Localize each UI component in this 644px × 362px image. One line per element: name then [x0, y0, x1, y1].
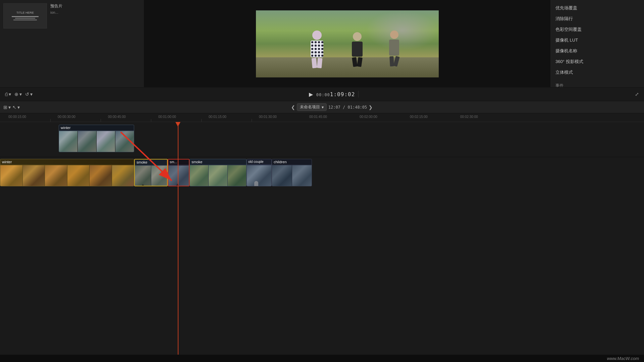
clip-label-children: children	[272, 159, 312, 165]
controls-left: ⎙ ▾ ⊕ ▾ ↺ ▾	[5, 92, 33, 97]
tick	[50, 119, 51, 122]
tick	[252, 119, 252, 122]
clip-winter-upper[interactable]: winter	[59, 125, 134, 152]
timeline-time: 12:07 / 01:48:05	[328, 105, 367, 110]
timecode-display: 00:001:09:02	[316, 91, 355, 98]
tc-2: 00:00:30:00	[58, 115, 75, 119]
clip-thumbs-smoke-red	[168, 166, 189, 186]
clip-thumbs-main	[0, 165, 134, 186]
clip-oldcouple-main[interactable]: old couple	[247, 159, 272, 186]
clip-label-winter-upper: winter	[59, 125, 134, 130]
grid-chevron: ▾	[8, 105, 11, 110]
thumb-oc	[247, 165, 271, 186]
fullscreen-button[interactable]: ⤢	[635, 92, 639, 97]
clip-thumbs-smoke2	[190, 165, 246, 186]
tc-7: 00:01:45:00	[309, 115, 327, 119]
thumb-ch-2	[292, 165, 312, 186]
tick	[151, 119, 151, 122]
next-icon: ❯	[369, 105, 373, 110]
tc-3: 00:00:45:00	[108, 115, 126, 119]
thumb	[90, 165, 112, 186]
video-preview[interactable]	[256, 10, 439, 77]
thumb-smoke-2	[151, 166, 167, 186]
track-area: winter winter	[0, 122, 644, 355]
toolbar-cursor[interactable]: ↖ ▾	[12, 105, 20, 110]
media-label: 预告片	[50, 3, 62, 9]
project-name: 未命名项目	[300, 104, 320, 110]
thumb-smoke-1	[135, 166, 151, 186]
share-icon: ⎙	[5, 92, 8, 97]
media-info: 预告片 ion...	[50, 3, 62, 14]
share-button[interactable]: ⎙ ▾	[5, 92, 11, 97]
clip-winter-main[interactable]: winter	[0, 159, 134, 186]
effects-button[interactable]: ↺ ▾	[25, 92, 33, 97]
prev-icon: ❮	[291, 105, 295, 110]
menu-item-lut[interactable]: 摄像机 LUT	[555, 35, 639, 46]
clip-smoke-main[interactable]: smoke	[134, 159, 168, 186]
right-menu-list: 优先场覆盖 消除隔行 色彩空间覆盖 摄像机 LUT 摄像机名称 360° 投影模…	[555, 3, 639, 78]
menu-item-stereo[interactable]: 立体模式	[555, 67, 639, 78]
tc-9: 00:02:15:00	[410, 115, 428, 119]
play-button[interactable]: ▶	[309, 91, 313, 98]
project-chevron: ▾	[322, 105, 324, 110]
tc-10: 00:02:30:00	[460, 115, 478, 119]
preview-area	[144, 0, 550, 87]
events-section: 事件 2021-9-22	[555, 83, 639, 87]
clip-label-winter-main: winter	[0, 159, 134, 165]
clip-label-smoke: smoke	[135, 160, 167, 165]
figure-2	[350, 32, 365, 64]
menu-item-camera-name[interactable]: 摄像机名称	[555, 46, 639, 56]
controls-bar: ⎙ ▾ ⊕ ▾ ↺ ▾ ▶ 00:001:09:02 ⤢	[0, 87, 644, 101]
clip-thumbs	[59, 131, 134, 152]
thumb-cell	[78, 131, 96, 152]
menu-item-priority[interactable]: 优先场覆盖	[555, 3, 639, 13]
thumb	[67, 165, 90, 186]
clip-smoke2-main[interactable]: smoke	[190, 159, 247, 186]
clip-smoke-red[interactable]: sm...	[168, 159, 190, 186]
menu-item-deinterlace[interactable]: 消除隔行	[555, 13, 639, 24]
thumb-s2-3	[228, 165, 246, 186]
menu-item-colorspace[interactable]: 色彩空间覆盖	[555, 24, 639, 35]
clip-thumbs-oldcouple	[247, 165, 271, 186]
left-panel: TITLE HERE 预告片 ion...	[0, 0, 144, 87]
bottom-bar: www.MacW.com	[0, 355, 644, 362]
playhead-line	[178, 122, 178, 355]
tools-chevron: ▾	[19, 92, 22, 97]
toolbar-icon-1[interactable]: ⊞ ▾	[3, 105, 11, 110]
chevron-icon: ▾	[9, 92, 11, 97]
smoke-effect	[366, 10, 439, 51]
tc-4: 00:01:00:00	[158, 115, 176, 119]
clip-thumbs-children	[272, 165, 312, 186]
project-selector[interactable]: 未命名项目 ▾	[297, 103, 327, 111]
thumb-cell	[97, 131, 115, 152]
thumb-ch-1	[272, 165, 292, 186]
menu-item-360[interactable]: 360° 投影模式	[555, 56, 639, 67]
item-label: ion...	[50, 10, 62, 14]
clip-label-oldcouple: old couple	[247, 159, 271, 164]
controls-right: ⤢	[635, 92, 639, 97]
clip-children-main[interactable]: children	[272, 159, 312, 186]
timeline-ruler: 00:00:15:00 00:00:30:00 00:00:45:00 00:0…	[0, 113, 644, 122]
title-placeholder: TITLE HERE	[12, 11, 39, 15]
thumb-s2-1	[190, 165, 208, 186]
thumb	[112, 165, 134, 186]
tools-button[interactable]: ⊕ ▾	[14, 92, 22, 97]
media-thumbnail[interactable]: TITLE HERE	[3, 3, 47, 28]
thumb	[0, 165, 22, 186]
thumb-s2-2	[209, 165, 227, 186]
ruler-container: 00:00:15:00 00:00:30:00 00:00:45:00 00:0…	[0, 113, 644, 122]
right-panel: 优先场覆盖 消除隔行 色彩空间覆盖 摄像机 LUT 摄像机名称 360° 投影模…	[550, 0, 644, 87]
cursor-icon: ↖	[12, 105, 16, 110]
thumb	[45, 165, 67, 186]
top-area: TITLE HERE 预告片 ion...	[0, 0, 644, 87]
effects-chevron: ▾	[30, 92, 33, 97]
tc-5: 00:01:15:00	[209, 115, 226, 119]
figure-1	[310, 31, 325, 64]
prev-button[interactable]: ❮	[291, 105, 295, 110]
timeline-nav: ❮ 未命名项目 ▾ 12:07 / 01:48:05 ❯	[23, 103, 641, 111]
thumb-cell	[59, 131, 77, 152]
next-button[interactable]: ❯	[369, 105, 373, 110]
fullscreen-icon: ⤢	[635, 92, 639, 97]
tick	[201, 119, 202, 122]
clip-label-smoke2: smoke	[190, 159, 246, 165]
